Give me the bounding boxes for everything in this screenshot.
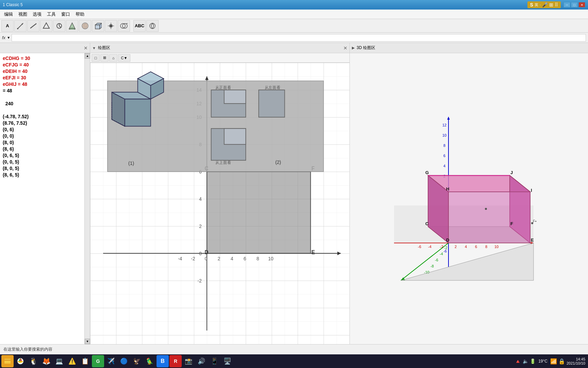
taskbar-notepad[interactable]: 📋	[79, 355, 91, 367]
ime-indicator: S 英 · 🎤 ⊞ ⠿	[527, 1, 561, 8]
svg-marker-109	[448, 192, 530, 243]
right-expand-icon[interactable]: ▶	[352, 46, 355, 50]
coordinate-svg: -4 -2 0 2 4 6 8 10 -2 0 2 4 6 8 10 14 12	[90, 63, 349, 344]
toolbar: A ABC	[0, 19, 588, 33]
right-panel-title: 3D 绘图区	[357, 45, 375, 51]
maximize-button[interactable]: □	[571, 2, 578, 7]
left-scrollbar[interactable]: ▲ ▼	[84, 53, 90, 344]
svg-rect-51	[207, 172, 311, 254]
tool-sphere[interactable]	[79, 20, 91, 32]
ct-grid2[interactable]: ⊞	[100, 54, 109, 62]
main-area: ✕ eCDHG = 30 eCFJG = 40 eDEIH = 40 eEFJI…	[0, 43, 588, 344]
menu-window[interactable]: 窗口	[59, 11, 73, 18]
drawing-area[interactable]: -4 -2 0 2 4 6 8 10 -2 0 2 4 6 8 10 14 12	[90, 63, 349, 344]
center-panel: ▼ 绘图区 ✕ □ ⊞ ⌂ C▼	[90, 43, 350, 344]
taskbar-B[interactable]: B	[157, 355, 169, 367]
taskbar-camera[interactable]: 📸	[182, 355, 195, 367]
taskbar-blue-circle[interactable]: 🔵	[118, 355, 130, 367]
formula-input[interactable]	[12, 34, 586, 42]
tool-line[interactable]	[27, 20, 39, 32]
svg-text:0: 0	[205, 256, 207, 261]
left-panel-close[interactable]: ✕	[84, 45, 88, 51]
taskbar-monitor[interactable]: 🖥️	[221, 355, 233, 367]
svg-text:J: J	[510, 170, 513, 175]
tool-intersect[interactable]	[118, 20, 130, 32]
search-hint: 在这里输入你要搜索的内容	[3, 347, 52, 352]
taskbar-penguin[interactable]: 🐧	[27, 355, 39, 367]
tool-transform[interactable]	[146, 20, 159, 32]
tool-arrow[interactable]	[14, 20, 27, 32]
menu-options[interactable]: 选项	[30, 11, 44, 18]
menu-edit[interactable]: 编辑	[1, 11, 16, 18]
scroll-up-button[interactable]: ▲	[85, 53, 90, 59]
expr-efji: eEFJI = 30	[3, 75, 87, 80]
close-button[interactable]: ✕	[578, 2, 585, 7]
menu-tools[interactable]: 工具	[44, 11, 59, 18]
svg-text:6: 6	[475, 245, 477, 249]
svg-text:6: 6	[443, 154, 445, 158]
svg-marker-5	[43, 23, 49, 28]
tool-polygon[interactable]	[40, 20, 52, 32]
taskbar-eagle[interactable]: 🦅	[131, 355, 143, 367]
svg-text:D: D	[446, 237, 449, 243]
svg-text:-2: -2	[197, 278, 201, 283]
3d-scene-svg: -6 -4 -2 2 4 6 8 10 12 10 8 6 4 2	[350, 53, 588, 344]
taskbar-plane[interactable]: ✈️	[105, 355, 117, 367]
center-expand-icon[interactable]: ▼	[92, 46, 96, 50]
menu-view[interactable]: 视图	[16, 11, 30, 18]
taskbar-red-app[interactable]: R	[169, 355, 182, 367]
tool-point[interactable]	[105, 20, 117, 32]
ct-grid1[interactable]: □	[92, 54, 100, 62]
tool-text[interactable]: ABC	[133, 20, 146, 32]
taskbar-fox[interactable]: 🦊	[40, 355, 52, 367]
tray-volume[interactable]: 🔈	[523, 358, 528, 364]
taskbar-laptop[interactable]: 💻	[53, 355, 65, 367]
svg-rect-14	[95, 25, 100, 29]
tool-cone[interactable]	[66, 20, 78, 32]
expr-cdhg: eCDHG = 30	[3, 56, 87, 61]
taskbar-phone[interactable]: 📱	[208, 355, 220, 367]
svg-text:12: 12	[442, 123, 446, 127]
svg-text:0: 0	[199, 251, 202, 256]
svg-text:2: 2	[218, 256, 220, 261]
svg-rect-72	[224, 128, 246, 144]
taskbar-files[interactable]	[1, 355, 14, 367]
taskbar-bird[interactable]: 🦜	[144, 355, 156, 367]
scroll-down-button[interactable]: ▼	[85, 339, 90, 344]
svg-point-25	[150, 23, 155, 29]
svg-text:-6: -6	[435, 258, 438, 262]
weather-temp: 19°C	[538, 359, 548, 364]
taskbar-speaker[interactable]: 🔊	[195, 355, 208, 367]
tool-rotate[interactable]	[53, 20, 65, 32]
taskbar-green[interactable]: G	[92, 355, 104, 367]
svg-text:D: D	[205, 249, 209, 255]
fx-dropdown[interactable]: ▼	[7, 36, 10, 40]
taskbar-chrome[interactable]	[14, 355, 27, 367]
svg-text:-8: -8	[430, 264, 434, 268]
tray-battery[interactable]: 🔋	[530, 358, 536, 364]
minimize-button[interactable]: ─	[564, 2, 570, 7]
clock[interactable]: 14:45 2021/10/10	[567, 357, 585, 365]
svg-text:10: 10	[442, 133, 446, 137]
left-content: eCDHG = 30 eCFJG = 40 eDEIH = 40 eEFJI =…	[0, 53, 90, 344]
ct-home[interactable]: ⌂	[109, 54, 117, 62]
svg-text:E: E	[311, 249, 315, 255]
center-panel-close[interactable]: ✕	[343, 45, 347, 51]
svg-point-10	[69, 28, 75, 30]
expr-deih: eDEIH = 40	[3, 68, 87, 74]
menu-help[interactable]: 帮助	[73, 11, 87, 18]
tray-network[interactable]: 🔺	[514, 358, 521, 365]
tray-wifi[interactable]: 📶	[550, 358, 557, 365]
tray-security[interactable]: 🔒	[558, 358, 565, 365]
coord-478: (-4.78, 7.52)	[3, 114, 87, 119]
expr-val240: 240	[3, 101, 87, 106]
app-title: 1 Classic 5	[3, 2, 23, 7]
taskbar-warning[interactable]: ⚠️	[66, 355, 78, 367]
svg-point-11	[82, 23, 88, 29]
tool-cube[interactable]	[92, 20, 104, 32]
titlebar-controls[interactable]: ─ □ ✕	[564, 2, 585, 7]
ct-coord-dropdown[interactable]: C▼	[118, 54, 130, 62]
expr-ghij: eGHIJ = 48	[3, 81, 87, 87]
taskbar: 🐧 🦊 💻 ⚠️ 📋 G ✈️ 🔵 🦅 🦜 B R 📸 🔊 📱 🖥️ 🔺 🔈 🔋…	[0, 354, 588, 368]
tool-select[interactable]: A	[1, 20, 14, 32]
